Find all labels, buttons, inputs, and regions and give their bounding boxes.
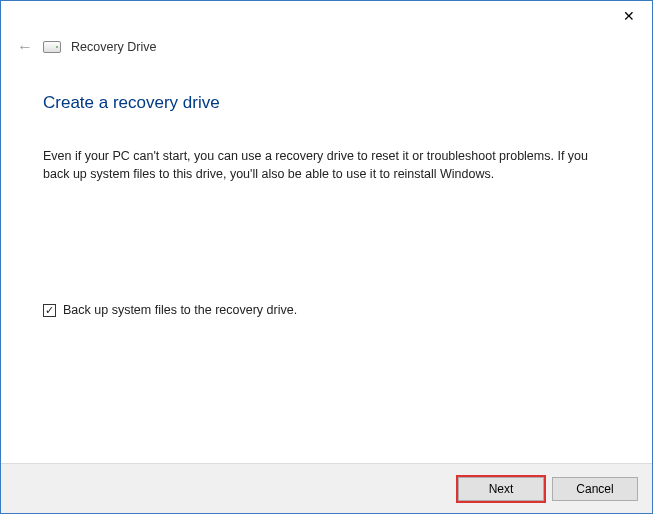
cancel-button[interactable]: Cancel	[552, 477, 638, 501]
backup-checkbox-label: Back up system files to the recovery dri…	[63, 303, 297, 317]
wizard-header: ← Recovery Drive	[1, 33, 652, 55]
page-heading: Create a recovery drive	[43, 93, 610, 113]
wizard-title: Recovery Drive	[71, 40, 156, 54]
content-area: Create a recovery drive Even if your PC …	[1, 55, 652, 317]
backup-checkbox-row[interactable]: ✓ Back up system files to the recovery d…	[43, 303, 610, 317]
titlebar: ✕	[1, 1, 652, 33]
page-description: Even if your PC can't start, you can use…	[43, 147, 603, 183]
close-button[interactable]: ✕	[606, 1, 652, 31]
footer: Next Cancel	[1, 463, 652, 513]
drive-icon	[43, 41, 61, 53]
close-icon: ✕	[623, 8, 635, 24]
checkbox-icon: ✓	[43, 304, 56, 317]
next-button[interactable]: Next	[458, 477, 544, 501]
back-arrow-icon: ←	[17, 39, 33, 55]
